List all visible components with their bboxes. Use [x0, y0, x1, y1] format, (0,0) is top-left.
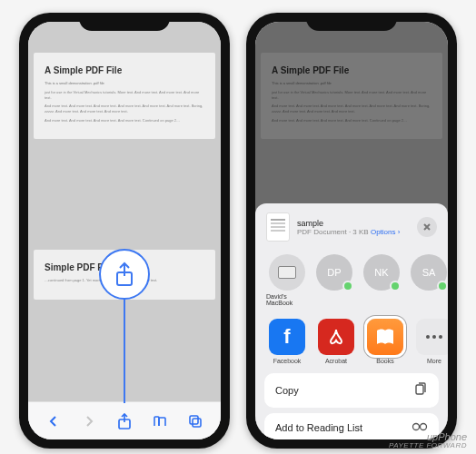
pdf-paragraph: And more text. And more text. And more t…: [45, 118, 204, 123]
forward-button: [80, 412, 98, 430]
phone-right: A Simple PDF File This is a small demons…: [246, 13, 457, 449]
airdrop-contacts-row[interactable]: David's MacBook DP NK SA: [255, 251, 448, 313]
app-label: Books: [376, 358, 393, 364]
svg-point-4: [426, 335, 430, 339]
pdf-paragraph: And more text. And more text. And more t…: [45, 104, 204, 114]
document-name: sample: [297, 219, 410, 228]
watermark: upPhone PAYETTE FORWARD: [389, 431, 467, 450]
callout-line: [124, 299, 125, 403]
airdrop-contact[interactable]: NK: [361, 254, 402, 306]
airdrop-contact[interactable]: DP: [313, 254, 355, 306]
pdf-page-1: A Simple PDF File This is a small demons…: [34, 53, 215, 139]
share-sheet: sample PDF Document · 3 KB Options › Dav…: [255, 203, 448, 439]
action-copy[interactable]: Copy: [264, 373, 439, 408]
share-callout-highlight: [99, 249, 150, 300]
svg-point-8: [413, 424, 420, 430]
facebook-icon: f: [269, 319, 305, 355]
share-icon: [114, 262, 135, 287]
tabs-button[interactable]: [186, 412, 204, 430]
app-label: Facebook: [273, 358, 302, 364]
notch: [79, 13, 170, 31]
svg-point-6: [439, 335, 442, 339]
bookmarks-button[interactable]: [151, 412, 169, 430]
share-sheet-header: sample PDF Document · 3 KB Options ›: [255, 212, 448, 251]
close-button[interactable]: [417, 217, 437, 237]
screen-right: A Simple PDF File This is a small demons…: [255, 22, 448, 439]
more-icon: [416, 319, 448, 355]
share-app-more[interactable]: More: [413, 319, 448, 364]
macbook-icon: [269, 254, 305, 291]
share-app-acrobat[interactable]: Acrobat: [315, 319, 357, 364]
document-thumbnail: [266, 212, 290, 242]
close-icon: [422, 222, 431, 232]
action-label: Copy: [275, 385, 299, 396]
safari-toolbar: [28, 401, 221, 439]
airdrop-contact[interactable]: David's MacBook: [266, 254, 308, 306]
action-label: Add to Reading List: [275, 422, 362, 433]
svg-point-5: [432, 335, 436, 339]
pdf-paragraph: just for use in the Virtual Mechanics tu…: [45, 90, 204, 100]
phone-left: A Simple PDF File This is a small demons…: [19, 13, 230, 449]
copy-icon: [413, 382, 428, 399]
messages-badge-icon: [342, 281, 353, 291]
notch: [306, 13, 397, 31]
svg-rect-7: [416, 385, 423, 394]
messages-badge-icon: [437, 281, 448, 291]
pdf-subtitle: This is a small demonstration .pdf file: [45, 81, 204, 85]
pdf-title-1: A Simple PDF File: [45, 65, 204, 75]
back-button[interactable]: [45, 412, 63, 430]
options-link[interactable]: Options ›: [371, 228, 400, 236]
share-app-books[interactable]: Books: [364, 319, 406, 364]
airdrop-contact-label: David's MacBook: [266, 293, 308, 306]
avatar: DP: [316, 254, 352, 291]
svg-rect-2: [190, 416, 198, 424]
svg-rect-3: [193, 419, 201, 427]
avatar: NK: [363, 254, 400, 291]
document-meta: PDF Document · 3 KB Options ›: [297, 228, 410, 236]
messages-badge-icon: [390, 281, 401, 291]
svg-point-9: [421, 424, 427, 430]
books-icon: [367, 319, 403, 355]
screen-left: A Simple PDF File This is a small demons…: [28, 22, 221, 439]
share-app-facebook[interactable]: f Facebook: [266, 319, 308, 364]
acrobat-icon: [318, 319, 354, 355]
avatar: SA: [411, 254, 447, 291]
app-share-row[interactable]: f Facebook Acrobat Books: [255, 313, 448, 373]
share-button[interactable]: [115, 412, 134, 430]
airdrop-contact[interactable]: SA: [408, 254, 448, 306]
app-label: More: [427, 358, 441, 364]
app-label: Acrobat: [325, 358, 347, 364]
